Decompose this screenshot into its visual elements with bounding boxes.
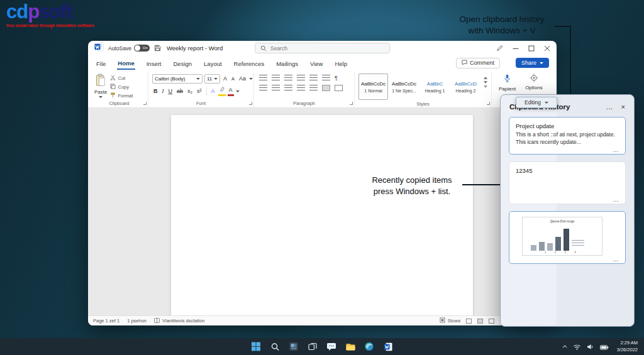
shading-icon[interactable]: [322, 85, 330, 91]
print-layout-icon[interactable]: [477, 319, 483, 324]
styles-gallery-scroll[interactable]: [482, 74, 487, 100]
dictate-label: Papient: [499, 86, 516, 92]
bullets-icon[interactable]: [259, 75, 267, 81]
clipboard-item-chart[interactable]: Qovne Dvrt mvgs 1 2 3 4 …: [509, 211, 626, 264]
tab-design[interactable]: Design: [172, 57, 192, 69]
borders-icon[interactable]: [335, 85, 343, 91]
change-case-button[interactable]: Aa: [238, 75, 247, 83]
share-button[interactable]: Share: [516, 58, 549, 68]
tab-home[interactable]: Home: [117, 57, 135, 70]
dialog-launcher-icon[interactable]: [350, 102, 353, 105]
focus-label: Stows: [448, 318, 460, 324]
tab-insert[interactable]: Insert: [146, 57, 162, 69]
item-more-icon[interactable]: …: [613, 146, 619, 153]
gallery-more-icon[interactable]: [484, 85, 487, 88]
font-name-combo[interactable]: Calibri (Body): [152, 74, 203, 84]
font-color-button[interactable]: A: [228, 86, 234, 96]
style-heading1[interactable]: AaBbC Heading 1: [420, 74, 450, 100]
dialog-launcher-icon[interactable]: [487, 102, 490, 105]
scroll-up-icon[interactable]: [484, 77, 487, 79]
minimize-button[interactable]: [513, 45, 519, 52]
proofing-status[interactable]: Vlanttiwvis dsctation: [154, 318, 205, 324]
brand-tagline: true social value through innovative sof…: [6, 23, 94, 28]
wifi-icon[interactable]: [573, 341, 581, 352]
page-indicator[interactable]: Page 1 zef 1: [93, 318, 119, 324]
cut-button[interactable]: Cut: [110, 75, 133, 82]
edge-icon[interactable]: [364, 341, 375, 352]
align-left-icon[interactable]: [259, 85, 267, 91]
format-painter-button[interactable]: Format: [110, 92, 133, 99]
copy-button[interactable]: Copy: [110, 84, 133, 90]
search-box[interactable]: [255, 43, 390, 53]
start-button[interactable]: [251, 341, 262, 352]
volume-icon[interactable]: [587, 341, 594, 352]
tray-chevron-up-icon[interactable]: [562, 345, 567, 349]
item-more-icon[interactable]: …: [613, 256, 619, 263]
bold-button[interactable]: B: [152, 87, 159, 96]
shrink-font-button[interactable]: A: [230, 75, 236, 83]
autosave-toggle[interactable]: On: [134, 45, 150, 52]
text-effects-button[interactable]: A: [210, 87, 216, 96]
document-page[interactable]: [171, 115, 473, 315]
subscript-button[interactable]: x₂: [186, 87, 194, 96]
dialog-launcher-icon[interactable]: [143, 102, 147, 105]
align-right-icon[interactable]: [284, 85, 292, 91]
search-input[interactable]: [270, 45, 384, 52]
item-more-icon[interactable]: …: [613, 196, 619, 203]
italic-button[interactable]: I: [161, 87, 165, 96]
taskbar-clock[interactable]: 2:29 AM 3/26/2022: [617, 340, 638, 352]
grow-font-button[interactable]: A: [222, 75, 228, 83]
logo-part3: soft: [39, 1, 72, 23]
clock-date: 3/26/2022: [617, 347, 638, 353]
close-panel-icon[interactable]: ×: [621, 103, 625, 111]
tab-mailings[interactable]: Mailings: [275, 57, 299, 69]
tab-help[interactable]: Help: [334, 57, 348, 69]
taskbar-word-icon[interactable]: [383, 341, 394, 352]
paste-button[interactable]: Paste: [94, 72, 107, 99]
style-normal[interactable]: AaBbCcDc 1 Normal: [358, 74, 388, 100]
strikethrough-button[interactable]: ab: [175, 87, 184, 96]
multilevel-list-icon[interactable]: [284, 75, 292, 81]
tab-file[interactable]: File: [96, 57, 106, 69]
numbering-icon[interactable]: [272, 75, 280, 81]
clipboard-item-number[interactable]: 12345 …: [509, 161, 626, 204]
align-center-icon[interactable]: [272, 85, 280, 91]
font-size-combo[interactable]: 11: [204, 74, 220, 84]
save-icon[interactable]: [154, 45, 161, 52]
highlight-color-button[interactable]: [218, 86, 226, 96]
autosave-control[interactable]: AutoSave On: [108, 45, 150, 52]
superscript-button[interactable]: x²: [196, 87, 203, 96]
decrease-indent-icon[interactable]: [297, 75, 305, 81]
tab-layout[interactable]: Layout: [203, 57, 223, 69]
underline-button[interactable]: U: [167, 87, 174, 96]
sort-icon[interactable]: [322, 75, 330, 81]
share-label: Share: [521, 60, 536, 66]
focus-button[interactable]: Stows: [440, 317, 460, 324]
justify-icon[interactable]: [297, 85, 305, 91]
style-heading2[interactable]: AaBbCcD Heading 2: [451, 74, 480, 100]
battery-icon[interactable]: [600, 341, 609, 352]
comment-button[interactable]: Comment: [456, 58, 500, 68]
clipboard-item-text[interactable]: Project update This is a short ::of ati …: [509, 117, 626, 155]
task-view-icon[interactable]: [308, 341, 318, 352]
style-no-spacing[interactable]: AaBbCcDc 1 Ne Spec...: [389, 74, 419, 100]
maximize-button[interactable]: [528, 45, 535, 52]
taskbar-search-icon[interactable]: [270, 341, 280, 352]
widgets-icon[interactable]: [289, 341, 299, 352]
show-formatting-icon[interactable]: ¶: [333, 75, 339, 81]
editing-group-dropdown[interactable]: Editing: [516, 97, 557, 108]
word-count[interactable]: 1 psehon: [127, 318, 147, 324]
read-mode-icon[interactable]: [466, 319, 472, 324]
web-layout-icon[interactable]: [489, 319, 494, 324]
tab-view[interactable]: View: [309, 57, 323, 69]
file-explorer-icon[interactable]: [345, 341, 356, 352]
increase-indent-icon[interactable]: [309, 75, 318, 81]
scroll-down-icon[interactable]: [484, 81, 487, 84]
chat-icon[interactable]: [326, 341, 337, 352]
more-options-icon[interactable]: …: [606, 103, 613, 111]
draw-icon[interactable]: [496, 45, 503, 52]
line-spacing-icon[interactable]: [309, 85, 318, 91]
tab-references[interactable]: References: [233, 57, 265, 69]
dialog-launcher-icon[interactable]: [249, 102, 252, 105]
close-button[interactable]: [544, 45, 550, 52]
